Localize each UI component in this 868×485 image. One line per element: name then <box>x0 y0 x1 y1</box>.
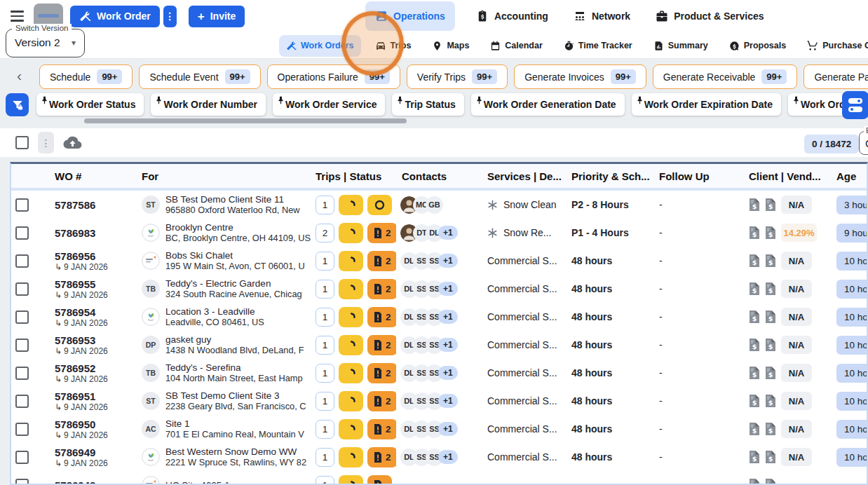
row-checkbox[interactable] <box>15 198 29 212</box>
filter-chip-work-order-number[interactable]: Work Order Number <box>151 93 266 116</box>
vendor-invoice-icon[interactable]: $ <box>765 394 776 408</box>
contacts-more-badge[interactable]: +1 <box>438 450 458 464</box>
filter-lock-button[interactable] <box>6 93 29 116</box>
row-checkbox[interactable] <box>15 282 29 296</box>
action-button-schedule-event[interactable]: Schedule Event99+ <box>139 64 260 89</box>
client-invoice-icon[interactable]: $ <box>749 198 760 212</box>
contacts-more-badge[interactable]: +1 <box>438 394 458 408</box>
select-all-checkbox[interactable] <box>15 136 29 149</box>
trip-status-badge-alert[interactable]: 2 <box>367 307 396 327</box>
contacts-more-badge[interactable]: +1 <box>438 282 458 296</box>
trip-status-badge-pending[interactable] <box>339 251 363 271</box>
filter-chip-work-order-service[interactable]: Work Order Service <box>273 93 385 116</box>
trip-status-badge-alert[interactable]: 2 <box>367 363 396 383</box>
contacts-more-badge[interactable]: +1 <box>438 254 458 268</box>
action-button-generate-invoices[interactable]: Generate Invoices99+ <box>514 64 646 89</box>
trip-status-badge-pending[interactable] <box>339 223 363 243</box>
client-invoice-icon[interactable]: $ <box>749 478 760 485</box>
table-row[interactable]: 5786951↳9 JAN 2026STSB Test Demo Client … <box>11 387 868 415</box>
work-order-button[interactable]: Work Order <box>70 6 160 27</box>
contact-avatar[interactable]: GB <box>426 196 443 214</box>
vendor-invoice-icon[interactable]: $ <box>765 282 776 296</box>
row-checkbox[interactable] <box>15 423 29 436</box>
client-invoice-icon[interactable]: $ <box>749 254 760 268</box>
row-checkbox[interactable] <box>15 339 29 352</box>
contacts-more-badge[interactable]: +1 <box>438 338 458 352</box>
table-row[interactable]: 5786952↳9 JAN 2026TBTeddy's - Serefina10… <box>11 359 868 387</box>
vendor-invoice-icon[interactable]: $ <box>765 478 776 485</box>
table-row[interactable]: 5786949↳9 JAN 2026Best Western Snow Demo… <box>11 443 868 471</box>
action-button-generate-payable[interactable]: Generate Payable99+ <box>803 64 868 89</box>
trip-status-badge-pending[interactable] <box>339 195 363 215</box>
trip-status-badge-alert[interactable]: 2 <box>367 251 396 271</box>
table-row[interactable]: 5786953↳9 JAN 2026DPgasket guy1438 N Woo… <box>11 331 868 359</box>
toolbar-kebab-button[interactable]: ⋮ <box>38 132 54 153</box>
trip-status-badge-pending[interactable] <box>339 363 363 383</box>
row-checkbox[interactable] <box>15 254 29 268</box>
vendor-invoice-icon[interactable]: $ <box>765 338 776 352</box>
subnav-item-maps[interactable]: Maps <box>425 35 476 57</box>
vendor-invoice-icon[interactable]: $ <box>765 450 776 464</box>
trip-status-badge-alert[interactable] <box>367 475 392 485</box>
trip-status-badge-alert[interactable]: 2 <box>367 391 396 411</box>
subnav-item-proposals[interactable]: Proposals <box>722 35 793 57</box>
cloud-upload-icon[interactable] <box>63 136 82 149</box>
client-invoice-icon[interactable]: $ <box>749 450 760 464</box>
subnav-item-time-tracker[interactable]: Time Tracker <box>557 35 639 57</box>
filter-chip-work-order-generation-date[interactable]: Work Order Generation Date <box>471 93 625 116</box>
filter-chip-work-order-expiration-date[interactable]: Work Order Expiration Date <box>632 93 781 116</box>
trip-status-badge-alert[interactable]: 2 <box>367 335 396 355</box>
subnav-item-summary[interactable]: Summary <box>646 35 715 57</box>
client-invoice-icon[interactable]: $ <box>749 422 760 436</box>
scroll-left-chevron-icon[interactable]: ‹ <box>17 68 22 83</box>
trip-status-badge-open[interactable] <box>367 195 392 215</box>
table-row[interactable]: 5787586STSB Test Demo Client Site 119658… <box>11 191 868 219</box>
subnav-item-calendar[interactable]: Calendar <box>483 35 550 57</box>
row-checkbox[interactable] <box>15 451 29 464</box>
table-row[interactable]: 5786954↳9 JAN 2026Location 3 - Leadville… <box>11 303 868 331</box>
contacts-more-badge[interactable]: +1 <box>438 422 458 436</box>
vendor-invoice-icon[interactable]: $ <box>765 366 776 380</box>
client-invoice-icon[interactable]: $ <box>749 338 760 352</box>
hamburger-menu-icon[interactable] <box>11 11 24 21</box>
row-checkbox[interactable] <box>15 479 29 485</box>
table-row[interactable]: 5786948UC Site 4625 A1$$ <box>11 471 868 485</box>
vendor-invoice-icon[interactable]: $ <box>765 198 776 212</box>
client-invoice-icon[interactable]: $ <box>749 226 760 240</box>
nav-tab-accounting[interactable]: Accounting <box>472 1 552 31</box>
trip-status-badge-pending[interactable] <box>339 307 363 327</box>
client-invoice-icon[interactable]: $ <box>749 310 760 324</box>
column-settings-button[interactable] <box>842 91 868 119</box>
client-invoice-icon[interactable]: $ <box>749 282 760 296</box>
invite-button[interactable]: + Invite <box>189 6 245 27</box>
table-row[interactable]: 5786955↳9 JAN 2026TBTeddy's - Electric G… <box>11 275 868 303</box>
row-checkbox[interactable] <box>15 367 29 380</box>
row-checkbox[interactable] <box>15 395 29 408</box>
trip-status-badge-alert[interactable]: 2 <box>367 419 396 439</box>
export-select[interactable]: Ex C <box>859 131 868 155</box>
client-invoice-icon[interactable]: $ <box>749 394 760 408</box>
work-order-menu-button[interactable]: ⋮ <box>163 6 177 27</box>
trip-status-badge-alert[interactable]: 2 <box>367 279 396 299</box>
table-row[interactable]: 5786956↳9 JAN 2026Bobs Ski Chalet195 W M… <box>11 247 868 275</box>
trip-status-badge-pending[interactable] <box>339 475 363 485</box>
vendor-invoice-icon[interactable]: $ <box>765 422 776 436</box>
trip-status-badge-pending[interactable] <box>339 447 363 467</box>
vendor-invoice-icon[interactable]: $ <box>765 226 776 240</box>
client-invoice-icon[interactable]: $ <box>749 366 760 380</box>
action-button-operations-failure[interactable]: Operations Failure99+ <box>267 64 400 89</box>
row-checkbox[interactable] <box>15 310 29 324</box>
action-button-schedule[interactable]: Schedule99+ <box>39 64 133 89</box>
subnav-item-purchase-orders[interactable]: Purchase Orders <box>800 35 868 57</box>
vendor-invoice-icon[interactable]: $ <box>765 254 776 268</box>
trip-status-badge-pending[interactable] <box>339 391 363 411</box>
contacts-more-badge[interactable]: +1 <box>438 366 458 380</box>
nav-tab-product-services[interactable]: Product & Services <box>651 1 768 31</box>
contacts-more-badge[interactable]: +1 <box>438 310 458 324</box>
trip-status-badge-alert[interactable]: 2 <box>367 223 396 243</box>
vendor-invoice-icon[interactable]: $ <box>765 310 776 324</box>
nav-tab-network[interactable]: Network <box>569 1 635 31</box>
nav-tab-operations[interactable]: Operations <box>365 1 455 31</box>
filter-chip-work-order-status[interactable]: Work Order Status <box>36 93 144 116</box>
trip-status-badge-pending[interactable] <box>339 279 363 299</box>
